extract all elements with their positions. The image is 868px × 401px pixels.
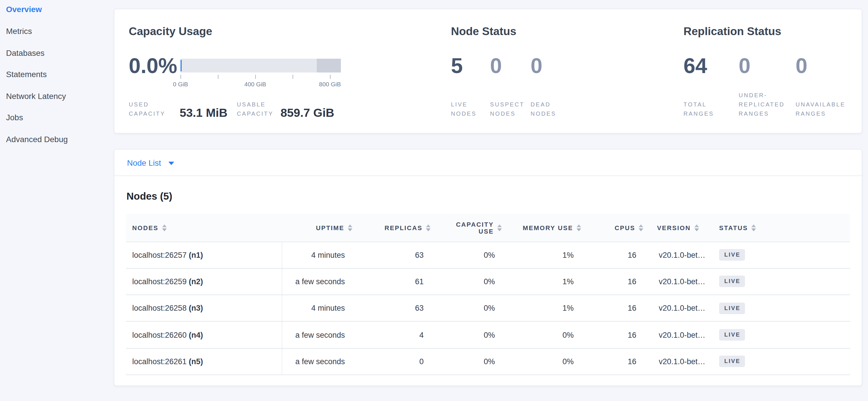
table-row-node-5[interactable]: localhost:26261 (n5) a few seconds 0 0% … xyxy=(126,348,850,375)
node-uptime: 4 minutes xyxy=(282,241,352,268)
sidebar-item-jobs[interactable]: Jobs xyxy=(6,113,23,122)
node-replicas: 61 xyxy=(352,268,431,295)
capacity-bar-used-segment xyxy=(181,60,182,71)
dead-nodes-label: DEADNODES xyxy=(531,100,556,118)
used-capacity-value: 53.1 MiB xyxy=(180,106,227,120)
column-header-uptime[interactable]: UPTIME xyxy=(282,214,352,241)
capacity-usage-title: Capacity Usage xyxy=(129,24,212,38)
column-header-capacity-use[interactable]: CAPACITY USE xyxy=(431,214,502,241)
node-uptime: a few seconds xyxy=(282,322,352,348)
node-memory-use: 1% xyxy=(502,268,581,295)
node-capacity-use: 0% xyxy=(431,241,502,268)
axis-tick xyxy=(255,75,256,79)
node-memory-use: 1% xyxy=(502,241,581,268)
column-header-version[interactable]: VERSION xyxy=(643,214,713,241)
app-root: Overview Metrics Databases Statements Ne… xyxy=(0,0,868,401)
node-status-cell: LIVE xyxy=(713,241,850,268)
axis-tick xyxy=(181,75,181,79)
node-list-dropdown-label: Node List xyxy=(127,157,161,168)
node-capacity-use: 0% xyxy=(431,268,502,295)
node-uptime: a few seconds xyxy=(282,268,352,295)
node-cpus: 16 xyxy=(581,295,643,322)
capacity-bar-track xyxy=(181,59,341,73)
live-nodes-count: 5 xyxy=(451,53,463,79)
axis-tick-label: 800 GiB xyxy=(319,81,341,87)
column-header-replicas[interactable]: REPLICAS xyxy=(352,214,431,241)
axis-tick xyxy=(292,75,293,79)
sidebar-item-metrics[interactable]: Metrics xyxy=(6,26,32,36)
sort-icon xyxy=(426,224,431,231)
chevron-down-icon xyxy=(168,162,174,165)
node-version: v20.1.0-bet… xyxy=(643,322,713,348)
column-header-memory-use[interactable]: MEMORY USE xyxy=(502,214,581,241)
capacity-usage-bar-chart: 0 GiB 400 GiB 800 GiB xyxy=(181,59,341,94)
status-badge: LIVE xyxy=(719,302,745,314)
node-uptime: a few seconds xyxy=(282,348,352,375)
table-row-node-1[interactable]: localhost:26257 (n1) 4 minutes 63 0% 1% … xyxy=(126,241,850,268)
table-row-node-4[interactable]: localhost:26260 (n4) a few seconds 4 0% … xyxy=(126,322,850,348)
axis-tick xyxy=(330,75,331,79)
sort-icon xyxy=(497,224,502,231)
replication-status-title: Replication Status xyxy=(683,24,781,38)
node-replicas: 63 xyxy=(352,241,431,268)
node-memory-use: 1% xyxy=(502,295,581,322)
node-status-cell: LIVE xyxy=(713,268,850,295)
sort-icon xyxy=(162,224,166,231)
dead-nodes-count: 0 xyxy=(531,53,542,79)
nodes-count-title: Nodes (5) xyxy=(126,190,172,202)
table-header-row: NODES UPTIME REPLICAS CAPACITY USE MEMOR xyxy=(126,214,850,241)
node-list-dropdown[interactable]: Node List xyxy=(127,157,174,168)
node-capacity-use: 0% xyxy=(431,322,502,348)
node-memory-use: 0% xyxy=(502,348,581,375)
node-address: localhost:26260 (n4) xyxy=(126,322,282,348)
sort-icon xyxy=(348,224,352,231)
suspect-nodes-label: SUSPECTNODES xyxy=(490,100,525,118)
table-row-node-3[interactable]: localhost:26258 (n3) 4 minutes 63 0% 1% … xyxy=(126,295,850,322)
total-ranges-label: TOTALRANGES xyxy=(683,100,714,118)
axis-tick xyxy=(218,75,218,79)
axis-tick-label: 0 GiB xyxy=(173,81,188,87)
under-replicated-ranges-count: 0 xyxy=(739,53,750,79)
unavailable-ranges-label: UNAVAILABLERANGES xyxy=(796,100,845,118)
sidebar-item-statements[interactable]: Statements xyxy=(6,69,47,79)
table-row-node-2[interactable]: localhost:26259 (n2) a few seconds 61 0%… xyxy=(126,268,850,295)
node-cpus: 16 xyxy=(581,268,643,295)
node-replicas: 4 xyxy=(352,322,431,348)
live-nodes-label: LIVENODES xyxy=(451,100,476,118)
node-address: localhost:26261 (n5) xyxy=(126,348,282,375)
sort-icon xyxy=(639,224,643,231)
node-list-dropdown-bar: Node List xyxy=(114,150,861,176)
status-badge: LIVE xyxy=(719,276,745,287)
sidebar-item-overview[interactable]: Overview xyxy=(6,5,42,14)
used-capacity-label: USEDCAPACITY xyxy=(129,100,165,118)
sidebar-item-advanced-debug[interactable]: Advanced Debug xyxy=(6,134,68,144)
node-status-cell: LIVE xyxy=(713,348,850,375)
sort-icon xyxy=(751,224,756,231)
node-capacity-use: 0% xyxy=(431,295,502,322)
usable-capacity-label: USABLECAPACITY xyxy=(237,100,273,118)
sort-icon xyxy=(577,224,581,231)
node-address: localhost:26257 (n1) xyxy=(126,241,282,268)
cluster-overview-card: Capacity Usage 0.0% 0 GiB 400 GiB 800 Gi… xyxy=(114,9,862,133)
capacity-usage-percent: 0.0% xyxy=(129,53,177,79)
node-status-title: Node Status xyxy=(451,24,517,38)
column-header-nodes[interactable]: NODES xyxy=(126,214,282,241)
node-uptime: 4 minutes xyxy=(282,295,352,322)
node-version: v20.1.0-bet… xyxy=(643,295,713,322)
nodes-table: NODES UPTIME REPLICAS CAPACITY USE MEMOR xyxy=(126,214,850,375)
sidebar-item-network-latency[interactable]: Network Latency xyxy=(6,91,66,101)
status-badge: LIVE xyxy=(719,329,745,341)
axis-tick-label: 400 GiB xyxy=(244,81,266,87)
node-capacity-use: 0% xyxy=(431,348,502,375)
node-replicas: 0 xyxy=(352,348,431,375)
node-version: v20.1.0-bet… xyxy=(643,348,713,375)
under-replicated-ranges-label: UNDER-REPLICATEDRANGES xyxy=(739,91,785,118)
sort-icon xyxy=(694,224,699,231)
column-header-status[interactable]: STATUS xyxy=(713,214,850,241)
node-memory-use: 0% xyxy=(502,322,581,348)
node-cpus: 16 xyxy=(581,348,643,375)
column-header-cpus[interactable]: CPUS xyxy=(581,214,643,241)
unavailable-ranges-count: 0 xyxy=(796,53,807,79)
total-ranges-count: 64 xyxy=(683,53,707,79)
sidebar-item-databases[interactable]: Databases xyxy=(6,48,44,57)
